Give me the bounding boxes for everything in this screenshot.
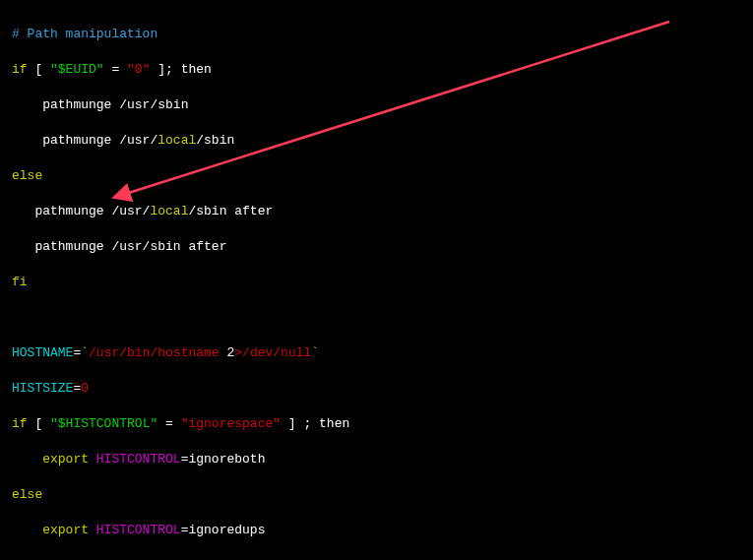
export-var: HISTCONTROL xyxy=(89,452,181,467)
code-text: ]; then xyxy=(150,62,211,77)
variable-name: HOSTNAME xyxy=(12,345,73,360)
variable: "$HISTCONTROL" xyxy=(50,416,157,431)
code-text: =ignoredups xyxy=(181,523,266,537)
terminal-viewport[interactable]: # Path manipulation if [ "$EUID" = "0" ]… xyxy=(0,0,753,560)
code-text: pathmunge /usr/ xyxy=(12,204,150,218)
export-var: HISTCONTROL xyxy=(89,523,181,537)
variable: "$EUID" xyxy=(50,62,104,77)
code-text: ] ; then xyxy=(281,416,349,431)
keyword-else: else xyxy=(12,487,42,502)
backtick: ` xyxy=(81,345,89,360)
keyword-fi: fi xyxy=(12,275,28,289)
keyword-if: if xyxy=(12,62,28,77)
code-text: [ xyxy=(28,62,50,77)
comment-line: # Path manipulation xyxy=(12,27,157,41)
value-histsize: 0 xyxy=(81,381,89,396)
string: "ignorespace" xyxy=(181,416,281,431)
code-text: /sbin xyxy=(196,133,234,148)
code-text: pathmunge /usr/ xyxy=(12,133,157,148)
code-text: pathmunge /usr/sbin after xyxy=(12,239,226,254)
code-text: [ xyxy=(28,416,50,431)
command: /usr/bin/hostname xyxy=(89,345,226,360)
redirect: >/dev/null xyxy=(234,345,311,360)
code-text: /sbin after xyxy=(188,204,273,218)
code-text: = xyxy=(104,62,127,77)
string: "0" xyxy=(127,62,150,77)
backtick: ` xyxy=(311,345,319,360)
code-text: =ignoreboth xyxy=(181,452,266,467)
keyword: local xyxy=(150,204,188,218)
code-text: = xyxy=(157,416,180,431)
code-text: pathmunge /usr/sbin xyxy=(12,97,188,112)
keyword-else: else xyxy=(12,168,42,183)
keyword-if: if xyxy=(12,416,28,431)
keyword-export: export xyxy=(12,523,89,537)
keyword: local xyxy=(157,133,196,148)
variable-name: HISTSIZE xyxy=(12,381,73,396)
keyword-export: export xyxy=(12,452,89,467)
